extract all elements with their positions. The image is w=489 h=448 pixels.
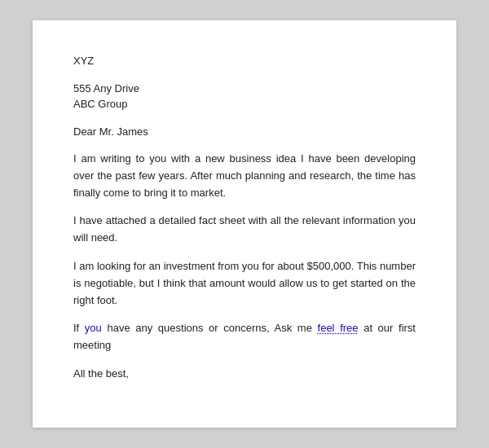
paragraph4-link[interactable]: feel free (318, 322, 359, 334)
salutation: Dear Mr. James (73, 124, 416, 140)
paragraph4: If you have any questions or concerns, A… (73, 320, 416, 354)
sender-name: XYZ (73, 53, 416, 69)
paragraph2: I have attached a detailed fact sheet wi… (73, 213, 416, 247)
letter-document: XYZ 555 Any Drive ABC Group Dear Mr. Jam… (33, 20, 456, 428)
closing: All the best, (73, 366, 416, 382)
address-line1: 555 Any Drive (73, 81, 416, 97)
address-line2: ABC Group (73, 96, 416, 112)
paragraph4-part2: have any questions or concerns, Ask me (102, 322, 318, 334)
paragraph1: I am writing to you with a new business … (73, 151, 416, 201)
paragraph3: I am looking for an investment from you … (73, 258, 416, 309)
paragraph4-part1: If (73, 322, 85, 334)
paragraph4-you: you (85, 322, 102, 334)
